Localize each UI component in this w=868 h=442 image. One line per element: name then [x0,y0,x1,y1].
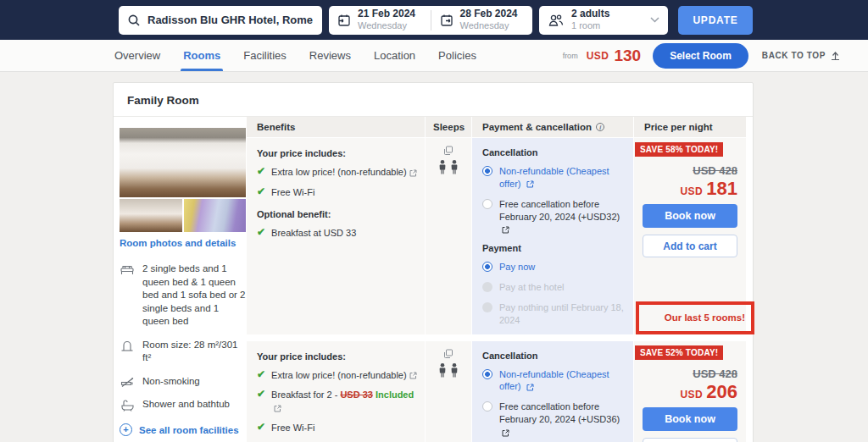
payment-label: Payment [482,243,626,253]
select-room-button[interactable]: Select Room [653,43,748,69]
room-details-list: 2 single beds and 1 queen bed & 1 queen … [120,262,247,412]
check-icon: ✔ [257,422,265,433]
checkin-field[interactable]: 21 Feb 2024 Wednesday [329,8,431,30]
save-badge: SAVE 58% TODAY! [635,142,723,157]
radio-disabled-icon [482,302,492,312]
external-link-icon[interactable] [502,429,509,437]
scarcity-message: Our last 5 rooms! [665,312,745,323]
room-summary-column: Room photos and details 2 single beds an… [120,117,247,442]
tab-location[interactable]: Location [374,40,415,71]
room-size-text: Room size: 28 m²/301 ft² [142,339,247,365]
room-title: Family Room [127,94,739,107]
radio-unselected-icon [482,401,492,412]
external-link-icon[interactable] [409,372,417,379]
benefit-breakfast-optional: ✔ Breakfast at USD 33 [257,227,418,240]
tab-reviews[interactable]: Reviews [309,40,351,71]
room-photo-thumb-1[interactable] [120,199,182,232]
back-to-top-button[interactable]: BACK TO TOP [762,50,841,61]
external-link-icon[interactable] [274,405,281,412]
room-size: Room size: 28 m²/301 ft² [120,339,247,365]
external-link-icon[interactable] [502,226,509,234]
rooms-count: 1 room [571,20,643,31]
check-icon: ✔ [257,369,265,380]
room-photo-main[interactable] [120,128,246,197]
checkout-field[interactable]: 28 Feb 2024 Wednesday [431,8,533,30]
section-tabs: Overview Rooms Facilities Reviews Locati… [114,40,476,71]
check-icon: ✔ [257,227,265,238]
shower-bathtub-text: Shower and bathtub [142,398,230,412]
rate2-sleeps-cell [426,341,471,442]
occupancy-details-icon[interactable] [443,349,453,359]
includes-label: Your price includes: [257,148,418,158]
nav-right: from USD 130 Select Room BACK TO TOP [563,43,841,69]
hotel-search-value: Radisson Blu GHR Hotel, Rome [147,14,313,26]
shower-bathtub: Shower and bathtub [120,398,247,412]
radio-pay-now[interactable]: Pay now [482,261,626,273]
column-header-sleeps: Sleeps [426,117,471,137]
hotel-search-field[interactable]: Radisson Blu GHR Hotel, Rome [119,6,322,35]
checkout-date: 28 Feb 2024 [460,8,518,20]
room-photos-link[interactable]: Room photos and details [120,238,247,248]
chevron-down-icon [650,17,659,23]
current-price: USD 206 [680,383,737,401]
room-photo-thumb-2[interactable] [184,199,247,232]
checkin-date: 21 Feb 2024 [358,8,415,20]
add-to-cart-button[interactable]: Add to cart [643,438,737,442]
rate-row-2: Your price includes: ✔ Extra low price! … [247,341,746,442]
column-header-price: Price per night [634,117,746,137]
occupancy-selector[interactable]: 2 adults 1 room [539,6,668,35]
tab-policies[interactable]: Policies [438,40,476,71]
room-card-header: Family Room [114,83,753,117]
book-now-button[interactable]: Book now [643,204,737,228]
from-currency: USD [587,50,609,62]
benefit-free-wifi: ✔ Free Wi-Fi [257,422,418,434]
date-range-picker: 21 Feb 2024 Wednesday 28 Feb 2024 Wednes… [329,6,532,35]
arrow-up-icon [830,50,841,61]
column-header-benefits: Benefits [247,117,425,137]
non-smoking: Non-smoking [120,375,247,389]
rate-row-1: Your price includes: ✔ Extra low price! … [247,138,746,334]
tab-facilities[interactable]: Facilities [243,40,287,71]
room-size-icon [120,340,135,352]
save-badge: SAVE 52% TODAY! [635,345,723,360]
radio-selected-icon [482,166,492,176]
update-button[interactable]: UPDATE [678,6,753,35]
optional-benefit-label: Optional benefit: [257,209,418,219]
tab-overview[interactable]: Overview [114,40,160,71]
benefit-extra-low-price: ✔ Extra low price! (non-refundable) [257,369,418,382]
see-all-facilities-link[interactable]: + See all room facilities [120,423,247,436]
topbar: Radisson Blu GHR Hotel, Rome 21 Feb 2024… [0,0,868,40]
check-icon: ✔ [257,166,265,177]
external-link-icon[interactable] [409,169,417,177]
radio-free-cancellation[interactable]: Free cancellation before February 20, 20… [482,198,626,236]
tab-rooms[interactable]: Rooms [183,40,220,71]
checkout-day: Wednesday [460,20,518,31]
room-photos[interactable] [120,128,246,232]
external-link-icon[interactable] [526,180,534,188]
from-label: from [563,52,578,60]
from-price: 130 [614,47,641,65]
room-subnav: Overview Rooms Facilities Reviews Locati… [0,40,868,72]
cancellation-label: Cancellation [482,351,626,361]
benefit-extra-low-price: ✔ Extra low price! (non-refundable) [257,166,418,179]
no-smoking-icon [120,376,135,388]
occupancy-details-icon[interactable] [443,146,453,156]
rate1-benefits-cell: Your price includes: ✔ Extra low price! … [247,138,425,334]
radio-free-cancellation[interactable]: Free cancellation before February 20, 20… [482,401,626,439]
radio-unselected-icon [482,199,492,209]
back-to-top-label: BACK TO TOP [762,51,826,60]
radio-disabled-icon [482,282,492,292]
checkin-day: Wednesday [358,20,415,31]
calendar-checkout-icon [439,13,454,28]
external-link-icon[interactable] [526,384,534,391]
book-now-button[interactable]: Book now [643,407,737,431]
radio-non-refundable[interactable]: Non-refundable (Cheapest offer) [482,165,626,191]
info-icon[interactable]: i [596,123,604,131]
radio-non-refundable[interactable]: Non-refundable (Cheapest offer) [482,368,626,394]
old-price: USD 428 [693,164,737,177]
rate1-sleeps-cell [426,138,471,334]
rate2-benefits-cell: Your price includes: ✔ Extra low price! … [247,341,425,442]
rates-column-headers: Benefits Sleeps Payment & cancellation i… [247,117,746,137]
add-to-cart-button[interactable]: Add to cart [643,235,737,257]
radio-selected-icon [482,262,492,272]
